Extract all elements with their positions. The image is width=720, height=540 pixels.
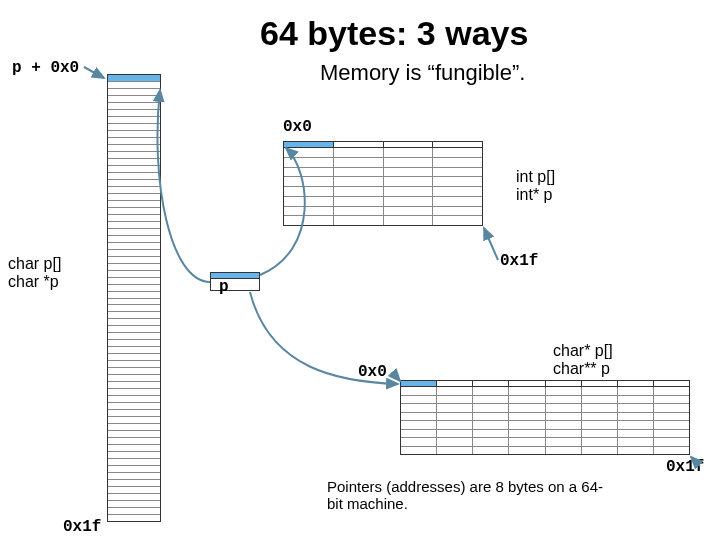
grid-cell (284, 216, 334, 225)
grid-cell (284, 197, 334, 206)
grid-cell (384, 168, 434, 177)
char-byte-slot (108, 431, 160, 438)
grid-cell (546, 438, 582, 446)
page-subtitle: Memory is “fungible”. (320, 60, 525, 86)
char-byte-slot (108, 368, 160, 375)
char-byte-slot (108, 305, 160, 312)
grid-cell (401, 430, 437, 438)
grid-cell (546, 421, 582, 429)
charptr-grid (400, 380, 690, 455)
grid-cell (437, 421, 473, 429)
arrow-p-to-char (157, 90, 210, 282)
grid-header-cell (618, 381, 654, 386)
char-byte-slot (108, 229, 160, 236)
char-byte-slot (108, 473, 160, 480)
grid-cell (546, 430, 582, 438)
grid-cell (654, 438, 689, 446)
grid-cell (618, 387, 654, 395)
char-byte-slot (108, 292, 160, 299)
grid-cell (618, 404, 654, 412)
char-byte-slot (108, 340, 160, 347)
grid-row (284, 216, 482, 225)
pointer-box (210, 272, 260, 291)
grid-header-cell (546, 381, 582, 386)
grid-row (284, 187, 482, 197)
grid-cell (546, 387, 582, 395)
grid-cell (618, 438, 654, 446)
char-byte-slot (108, 312, 160, 319)
grid-cell (582, 413, 618, 421)
char-byte-slot (108, 445, 160, 452)
grid-cell (509, 396, 545, 404)
grid-header-cell (284, 142, 334, 147)
char-byte-slot (108, 138, 160, 145)
arrow-expr-to-char-top (84, 67, 104, 78)
char-byte-slot (108, 166, 160, 173)
grid-header-cell (582, 381, 618, 386)
grid-cell (437, 396, 473, 404)
grid-cell (284, 148, 334, 157)
grid-cell (582, 447, 618, 455)
grid-cell (654, 430, 689, 438)
grid-cell (334, 187, 384, 196)
char-byte-slot (108, 319, 160, 326)
grid-header-cell (473, 381, 509, 386)
grid-row (401, 430, 689, 439)
grid-cell (654, 387, 689, 395)
grid-cell (582, 387, 618, 395)
char-byte-slot (108, 236, 160, 243)
grid-row (401, 404, 689, 413)
grid-header-cell (433, 142, 482, 147)
grid-row (401, 387, 689, 396)
grid-cell (334, 168, 384, 177)
char-byte-slot (108, 480, 160, 487)
char-byte-slot (108, 326, 160, 333)
char-byte-slot (108, 243, 160, 250)
grid-row (284, 158, 482, 168)
grid-cell (384, 187, 434, 196)
label-char-decl: char p[] char *p (8, 255, 61, 291)
char-byte-slot (108, 403, 160, 410)
char-byte-slot (108, 222, 160, 229)
grid-cell (509, 421, 545, 429)
char-byte-slot (108, 410, 160, 417)
char-byte-slot (108, 124, 160, 131)
grid-cell (401, 413, 437, 421)
grid-row (401, 396, 689, 405)
grid-cell (437, 387, 473, 395)
label-char-addr-bottom: 0x1f (63, 518, 101, 536)
pointer-box-label: p (219, 278, 229, 296)
char-byte-slot (108, 438, 160, 445)
label-ptr-addr-bottom: 0x1f (666, 458, 704, 476)
char-byte-slot (108, 396, 160, 403)
grid-cell (334, 158, 384, 167)
grid-header-cell (401, 381, 437, 386)
char-byte-slot (108, 152, 160, 159)
grid-cell (334, 216, 384, 225)
grid-cell (384, 177, 434, 186)
grid-cell (473, 396, 509, 404)
grid-cell (284, 158, 334, 167)
grid-cell (473, 438, 509, 446)
grid-cell (473, 430, 509, 438)
char-byte-slot (108, 299, 160, 306)
grid-cell (384, 216, 434, 225)
grid-cell (654, 413, 689, 421)
grid-cell (433, 187, 482, 196)
char-byte-slot (108, 466, 160, 473)
char-byte-slot (108, 187, 160, 194)
grid-cell (582, 430, 618, 438)
char-byte-slot (108, 215, 160, 222)
char-byte-slot (108, 82, 160, 89)
char-byte-slot (108, 515, 160, 521)
char-byte-slot (108, 347, 160, 354)
label-ptr-decl-2: char** p (553, 360, 613, 378)
grid-cell (546, 396, 582, 404)
char-byte-slot (108, 180, 160, 187)
char-byte-slot (108, 271, 160, 278)
char-byte-slot (108, 452, 160, 459)
char-byte-slot (108, 285, 160, 292)
char-byte-slot (108, 389, 160, 396)
char-byte-slot (108, 89, 160, 96)
grid-header-cell (384, 142, 434, 147)
